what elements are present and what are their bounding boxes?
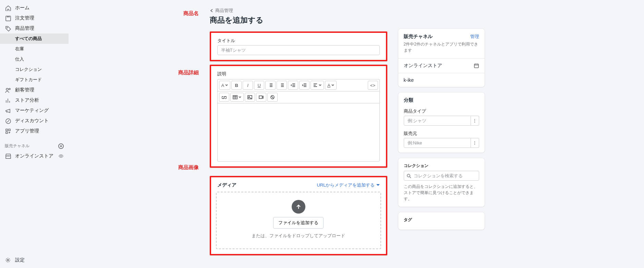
format-dropdown[interactable]: A — [219, 81, 231, 90]
nav-products-label: 商品管理 — [15, 25, 34, 31]
collection-search-input[interactable] — [404, 171, 479, 181]
underline-button[interactable]: U — [254, 81, 264, 90]
sales-channels-card: 販売チャネル 管理 2件中2件のチャネルとアプリで利用できます オンラインストア… — [398, 29, 485, 87]
nav-sub-giftcards[interactable]: ギフトカード — [0, 75, 69, 85]
svg-point-3 — [9, 88, 10, 90]
nav-online-store-label: オンラインストア — [15, 153, 53, 159]
eye-icon[interactable] — [58, 153, 64, 159]
annotation-product-detail: 商品詳細 — [175, 69, 199, 76]
bullet-list-button[interactable] — [265, 81, 276, 90]
svg-rect-16 — [474, 64, 478, 68]
annotation-product-name: 商品名 — [175, 10, 199, 17]
nav-home[interactable]: ホーム — [0, 3, 69, 13]
description-editor[interactable] — [217, 103, 380, 162]
nav-online-store[interactable]: オンラインストア — [0, 151, 69, 161]
svg-point-9 — [61, 156, 62, 157]
clear-format-button[interactable] — [267, 93, 278, 102]
video-icon — [259, 95, 264, 100]
svg-point-10 — [7, 259, 9, 261]
channels-heading: 販売チャネル — [0, 141, 69, 151]
collection-help: この商品をコレクションに追加すると、ストアで簡単に見つけることができます。 — [404, 183, 479, 202]
nav-discounts-label: ディスカウント — [15, 118, 49, 124]
link-button[interactable] — [219, 93, 229, 102]
color-dropdown[interactable]: A — [325, 81, 337, 90]
svg-point-17 — [407, 174, 410, 177]
nav-marketing-label: マーケティング — [15, 107, 49, 114]
nav-apps-label: アプリ管理 — [15, 128, 39, 134]
caret-down-icon — [225, 84, 228, 87]
product-type-menu[interactable] — [471, 116, 479, 126]
channel-kike: k-ike — [398, 73, 485, 87]
manage-channels-link[interactable]: 管理 — [470, 34, 479, 40]
nav-discounts[interactable]: ディスカウント — [0, 116, 69, 126]
editor-toolbar: A B I U A <> — [217, 79, 380, 103]
vendor-label: 販売元 — [404, 130, 479, 137]
table-dropdown[interactable] — [230, 93, 244, 102]
image-button[interactable] — [245, 93, 255, 102]
add-channel-icon[interactable] — [58, 143, 64, 149]
align-icon — [313, 83, 318, 88]
outdent-icon — [291, 83, 295, 88]
title-input[interactable] — [217, 45, 380, 55]
nav-settings-label: 設定 — [15, 257, 25, 263]
breadcrumb[interactable]: 商品管理 — [210, 8, 387, 14]
ban-icon — [270, 95, 275, 100]
vendor-menu[interactable] — [471, 138, 479, 148]
nav-analytics-label: ストア分析 — [15, 97, 39, 103]
tags-card: タグ — [398, 212, 485, 230]
nav-settings[interactable]: 設定 — [0, 252, 69, 268]
svg-rect-7 — [6, 132, 8, 133]
nav-apps[interactable]: アプリ管理 — [0, 126, 69, 136]
media-title: メディア — [217, 182, 236, 188]
nav-customers[interactable]: 顧客管理 — [0, 85, 69, 95]
description-label: 説明 — [217, 71, 380, 77]
title-card: タイトル — [210, 31, 387, 61]
link-icon — [222, 95, 227, 100]
caret-down-icon — [319, 84, 321, 87]
nav-sub-all-products[interactable]: すべての商品 — [0, 34, 69, 44]
classification-title: 分類 — [404, 97, 479, 103]
add-file-button[interactable]: ファイルを追加する — [273, 217, 324, 229]
marketing-icon — [5, 107, 11, 114]
indent-button[interactable] — [299, 81, 309, 90]
html-button[interactable]: <> — [368, 81, 378, 90]
title-label: タイトル — [217, 38, 380, 44]
vendor-input[interactable] — [404, 138, 471, 148]
home-icon — [5, 5, 11, 11]
nav-sub-purchase[interactable]: 仕入 — [0, 54, 69, 64]
media-dropzone[interactable]: ファイルを追加する または、ファイルをドロップしてアップロード — [216, 192, 381, 249]
caret-down-icon — [331, 84, 334, 87]
calendar-icon[interactable] — [474, 63, 479, 68]
nav-analytics[interactable]: ストア分析 — [0, 95, 69, 105]
svg-rect-6 — [9, 129, 10, 131]
product-type-input[interactable] — [404, 116, 471, 126]
italic-button[interactable]: I — [243, 81, 253, 90]
nav-sub-inventory[interactable]: 在庫 — [0, 44, 69, 54]
indent-icon — [302, 83, 307, 88]
nav-marketing[interactable]: マーケティング — [0, 105, 69, 116]
nav-home-label: ホーム — [15, 5, 29, 11]
description-card: 説明 A B I U — [210, 65, 387, 168]
number-list-button[interactable] — [277, 81, 287, 90]
add-media-url-link[interactable]: URLからメディアを追加する — [317, 182, 379, 188]
orders-icon — [5, 15, 11, 21]
page-title: 商品を追加する — [210, 15, 387, 25]
nav-sub-collections[interactable]: コレクション — [0, 64, 69, 75]
analytics-icon — [5, 97, 11, 103]
dropzone-hint: または、ファイルをドロップしてアップロード — [220, 233, 377, 239]
bold-button[interactable]: B — [231, 81, 242, 90]
outdent-button[interactable] — [288, 81, 298, 90]
caret-down-icon — [239, 96, 241, 99]
align-dropdown[interactable] — [311, 81, 324, 90]
svg-point-1 — [7, 27, 8, 28]
sidebar: ホーム 注文管理 商品管理 すべての商品 在庫 仕入 コレクション ギフトカード… — [0, 0, 69, 268]
svg-rect-5 — [6, 129, 8, 131]
store-icon — [5, 153, 11, 159]
nav-orders[interactable]: 注文管理 — [0, 13, 69, 23]
search-icon — [406, 174, 411, 178]
nav-products[interactable]: 商品管理 — [0, 23, 69, 34]
svg-rect-14 — [259, 96, 262, 99]
svg-point-2 — [6, 88, 8, 90]
video-button[interactable] — [256, 93, 266, 102]
gear-icon — [5, 257, 11, 263]
